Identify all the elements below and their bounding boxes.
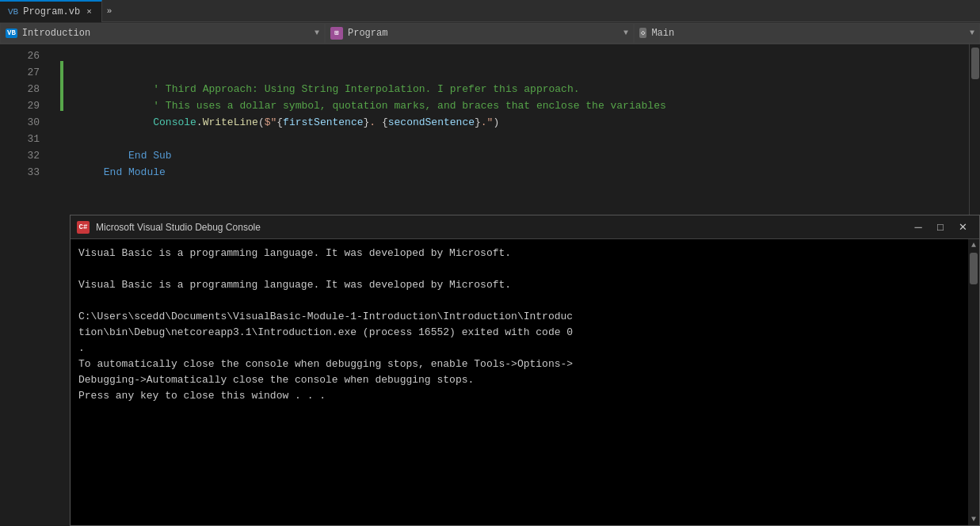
- context-dropdown-program[interactable]: ⊞ Program ▼: [325, 23, 634, 44]
- console-line-9: Debugging->Automatically close the conso…: [78, 372, 960, 388]
- tab-scroll-right[interactable]: »: [102, 6, 117, 16]
- line-num-33: 33: [0, 164, 40, 181]
- vb-file-icon: VB: [8, 7, 18, 17]
- dropdown3-caret: ▼: [970, 29, 974, 37]
- console-titlebar: C# Microsoft Visual Studio Debug Console…: [71, 215, 979, 239]
- console-line-5: C:\Users\scedd\Documents\VisualBasic-Mod…: [78, 309, 960, 325]
- code-line-33: [67, 164, 969, 181]
- console-line-10: Press any key to close this window . . .: [78, 388, 960, 404]
- context-main-label: Main: [651, 28, 674, 39]
- line-num-26: 26: [0, 48, 40, 64]
- console-line-4: [78, 293, 960, 309]
- console-title: Microsoft Visual Studio Debug Console: [96, 222, 902, 233]
- console-scroll-thumb[interactable]: [970, 253, 978, 284]
- console-maximize-button[interactable]: □: [930, 219, 951, 236]
- main-icon: ◇: [639, 28, 646, 38]
- console-scrollbar[interactable]: ▲ ▼: [968, 239, 979, 525]
- var-firstSentence: firstSentence: [283, 116, 363, 128]
- indent-29: [104, 116, 153, 128]
- tab-close-button[interactable]: ×: [85, 7, 93, 17]
- console-line-7: .: [78, 341, 960, 356]
- console-content-area: Visual Basic is a programming language. …: [71, 239, 979, 525]
- comment-28: ' This uses a dollar symbol, quotation m…: [104, 100, 666, 112]
- code-line-32: End Module: [67, 147, 969, 164]
- context-program-label: Program: [348, 28, 387, 39]
- console-minimize-button[interactable]: ─: [908, 219, 929, 236]
- vb-context-icon: VB: [6, 29, 17, 38]
- console-line-3: Visual Basic is a programming language. …: [78, 277, 960, 293]
- console-line-6: tion\bin\Debug\netcoreapp3.1\Introductio…: [78, 325, 960, 341]
- indent-31: [104, 150, 128, 162]
- editor-area: 26 27 28 29 30 31 32 33 ' Third Approach…: [0, 44, 980, 526]
- console-close-button[interactable]: ✕: [952, 219, 973, 236]
- console-line-2: [78, 261, 960, 277]
- code-line-27: ' Third Approach: Using String Interpola…: [67, 64, 969, 81]
- console-scroll-down-arrow[interactable]: ▼: [968, 513, 979, 525]
- console-app-icon: C#: [77, 221, 90, 234]
- end-module-keyword: End Module: [104, 166, 166, 178]
- line-num-29: 29: [0, 97, 40, 114]
- editor-gutter: [48, 44, 60, 526]
- context-dropdown-main[interactable]: ◇ Main ▼: [634, 23, 980, 44]
- code-line-31: End Sub: [67, 131, 969, 147]
- console-window-controls: ─ □ ✕: [908, 219, 973, 236]
- console-scroll-up-arrow[interactable]: ▲: [968, 239, 979, 251]
- bracket-indicator: [60, 61, 63, 111]
- debug-console: C# Microsoft Visual Studio Debug Console…: [70, 215, 980, 526]
- string-start: $": [265, 116, 277, 128]
- string-end: .": [481, 116, 494, 128]
- context-introduction-label: Introduction: [22, 28, 90, 39]
- line-num-32: 32: [0, 147, 40, 164]
- console-class: Console: [153, 116, 196, 128]
- end-sub-keyword: End Sub: [128, 150, 172, 162]
- dropdown2-caret: ▼: [623, 29, 628, 37]
- context-dropdown-introduction[interactable]: VB Introduction ▼: [0, 23, 325, 44]
- code-line-26: [67, 48, 969, 64]
- dropdown1-caret: ▼: [315, 29, 319, 37]
- editor-scrollbar-thumb[interactable]: [971, 48, 979, 79]
- toolbar: VB Introduction ▼ ⊞ Program ▼ ◇ Main ▼: [0, 22, 980, 44]
- tab-bar: VB Program.vb × »: [0, 0, 980, 22]
- program-tab[interactable]: VB Program.vb ×: [0, 0, 102, 22]
- var-secondSentence: secondSentence: [388, 116, 475, 128]
- line-num-30: 30: [0, 114, 40, 131]
- comment-27: ' Third Approach: Using String Interpola…: [104, 83, 580, 95]
- line-num-28: 28: [0, 81, 40, 97]
- tab-label: Program.vb: [23, 6, 80, 17]
- string-mid: .: [369, 116, 382, 128]
- console-line-1: Visual Basic is a programming language. …: [78, 246, 960, 261]
- console-output: Visual Basic is a programming language. …: [71, 239, 968, 525]
- line-num-31: 31: [0, 131, 40, 147]
- module-icon: ⊞: [330, 27, 343, 40]
- line-numbers: 26 27 28 29 30 31 32 33: [0, 44, 48, 526]
- writeline-method: WriteLine: [203, 116, 258, 128]
- line-num-27: 27: [0, 64, 40, 81]
- console-line-8: To automatically close the console when …: [78, 356, 960, 372]
